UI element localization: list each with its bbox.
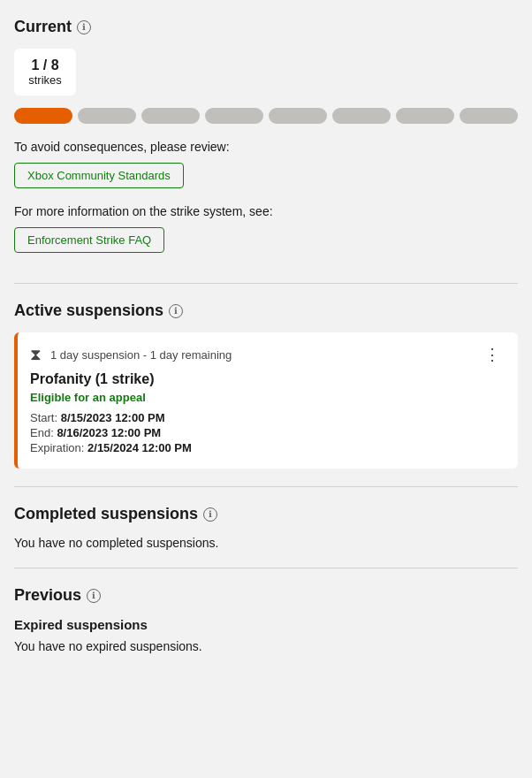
strike-segment-6 [332, 108, 391, 124]
start-label: Start: [30, 411, 57, 424]
suspension-appeal: Eligible for an appeal [30, 391, 505, 404]
review-prompt: To avoid consequences, please review: [14, 140, 518, 154]
strikes-label: strikes [28, 73, 62, 87]
current-title: Current [14, 18, 72, 36]
previous-section-header: Previous ℹ [14, 586, 518, 605]
end-label: End: [30, 426, 54, 439]
suspension-card-left: ⧗ 1 day suspension - 1 day remaining [30, 346, 232, 364]
suspension-end: End: 8/16/2023 12:00 PM [30, 426, 505, 439]
hourglass-icon: ⧗ [30, 346, 42, 364]
strike-bar [14, 108, 518, 124]
suspension-start: Start: 8/15/2023 12:00 PM [30, 411, 505, 424]
expiration-value: 2/15/2024 12:00 PM [87, 441, 192, 454]
strike-segment-3 [141, 108, 200, 124]
current-info-icon[interactable]: ℹ [77, 20, 91, 34]
community-standards-link[interactable]: Xbox Community Standards [14, 163, 184, 188]
strike-segment-2 [78, 108, 136, 124]
strike-segment-1 [14, 108, 72, 124]
more-info-text: For more information on the strike syste… [14, 204, 518, 218]
suspension-card: ⧗ 1 day suspension - 1 day remaining ⋮ P… [14, 332, 518, 469]
faq-link[interactable]: Enforcement Strike FAQ [14, 227, 164, 253]
no-completed-text: You have no completed suspensions. [14, 536, 518, 550]
strikes-denominator: 8 [51, 57, 59, 72]
strike-segment-4 [205, 108, 263, 124]
completed-suspensions-info-icon[interactable]: ℹ [203, 507, 217, 522]
suspension-card-header: ⧗ 1 day suspension - 1 day remaining ⋮ [30, 345, 505, 364]
strikes-badge: 1 / 8 strikes [14, 49, 76, 95]
expired-title: Expired suspensions [14, 617, 518, 632]
suspension-expiration: Expiration: 2/15/2024 12:00 PM [30, 441, 505, 454]
suspension-duration: 1 day suspension - 1 day remaining [50, 348, 232, 362]
current-section-header: Current ℹ [14, 18, 518, 36]
strike-segment-8 [460, 108, 518, 124]
strikes-numerator: 1 [31, 57, 39, 72]
active-suspensions-header: Active suspensions ℹ [14, 301, 518, 320]
page-container: Current ℹ 1 / 8 strikes To avoid consequ… [0, 0, 532, 671]
strikes-separator: / [43, 57, 51, 72]
strike-segment-7 [396, 108, 454, 124]
strike-segment-5 [269, 108, 327, 124]
previous-section: Previous ℹ Expired suspensions You have … [14, 586, 518, 653]
active-suspensions-info-icon[interactable]: ℹ [169, 304, 183, 318]
divider-2 [14, 486, 518, 487]
completed-suspensions-header: Completed suspensions ℹ [14, 505, 518, 523]
strikes-fraction: 1 / 8 [28, 57, 62, 73]
start-value: 8/15/2023 12:00 PM [61, 411, 165, 424]
end-value: 8/16/2023 12:00 PM [57, 426, 161, 439]
expiration-label: Expiration: [30, 441, 84, 454]
completed-suspensions-title: Completed suspensions [14, 505, 198, 523]
suspension-title: Profanity (1 strike) [30, 371, 505, 387]
active-suspensions-title: Active suspensions [14, 301, 163, 320]
divider-1 [14, 283, 518, 284]
previous-title: Previous [14, 586, 81, 605]
no-expired-text: You have no expired suspensions. [14, 639, 518, 653]
divider-3 [14, 568, 518, 568]
more-options-button[interactable]: ⋮ [479, 345, 505, 364]
previous-info-icon[interactable]: ℹ [87, 589, 101, 603]
